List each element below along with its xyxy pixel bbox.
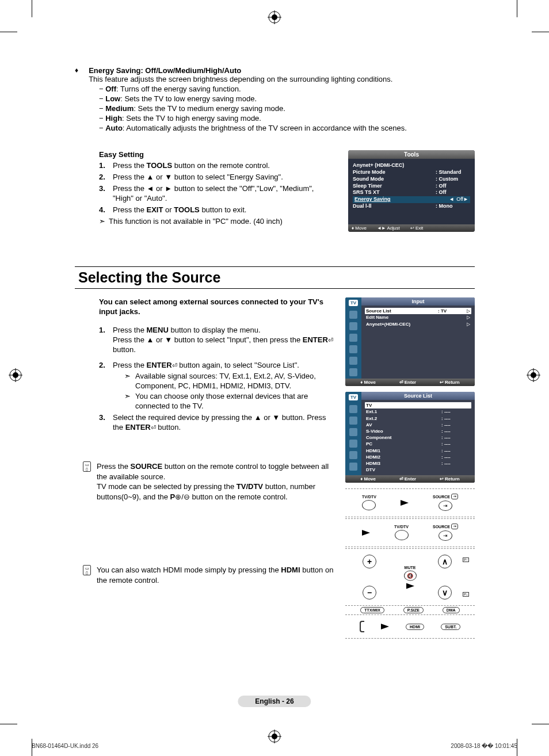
tools-energy-saving-row: Energy Saving◄Off►: [353, 196, 470, 203]
osd-source-row: HDMI1: ----: [365, 448, 471, 454]
osd-source-row: AV: ----: [365, 422, 471, 428]
note-arrow-icon: ➣: [124, 372, 131, 391]
page-footer: English - 26: [238, 696, 311, 707]
remote-icon: ▭▯: [83, 565, 91, 575]
note-arrow-icon: ➣: [99, 217, 105, 227]
note-arrow-icon: ➣: [124, 392, 131, 411]
osd-input-panel: TV Input Source List: TV▷ Edit Name▷: [345, 297, 475, 386]
pointer-icon: [381, 624, 389, 629]
osd-source-row: TV: [365, 402, 471, 408]
easy-note: This function is not available in "PC" m…: [109, 217, 283, 227]
src-step3: Select the required device by pressing t…: [113, 413, 335, 433]
registration-mark-icon: [268, 730, 281, 743]
bullet-icon: ♦: [75, 66, 78, 83]
osd-icon: [349, 345, 357, 353]
easy-step2: Press the ▲ or ▼ button to select "Energ…: [113, 173, 337, 182]
src-step2: Press the ENTER⏎ button again, to select…: [113, 361, 335, 411]
osd-icon: [349, 357, 357, 365]
opt-auto: − Auto: Automatically adjusts the bright…: [75, 124, 475, 133]
osd-icon: [349, 417, 357, 425]
doc-file: BN68-01464D-UK.indd 26: [32, 743, 98, 749]
registration-mark-icon: [527, 368, 540, 382]
osd-source-row: PC: ----: [365, 441, 471, 447]
remote-row-labels: TTX/MIX P.SIZE DMA: [345, 606, 475, 614]
osd-icon: [349, 440, 357, 448]
note-source: Press the SOURCE button on the remote co…: [97, 461, 335, 502]
energy-saving-title: Energy Saving: Off/Low/Medium/High/Auto: [89, 66, 241, 75]
pointer-icon: [401, 500, 409, 506]
opt-medium: − Medium: Sets the TV to medium energy s…: [75, 104, 475, 114]
remote-icon: ▭▯: [83, 461, 91, 472]
remote-diagram-3: + − ∧ ∨ MUTE 🔇 P↑ P↓: [345, 548, 475, 606]
tools-move: ♦ Move: [352, 226, 367, 231]
pointer-icon: [362, 530, 370, 536]
osd-icon: [349, 451, 357, 459]
osd-icon: [349, 322, 357, 330]
section-intro: You can select among external sources co…: [75, 297, 335, 317]
osd-source-row: Ext.1: ----: [365, 408, 471, 415]
enter-icon: ⏎: [328, 336, 333, 344]
osd-source-row: HDMI2: ----: [365, 454, 471, 460]
p-up-down-icon: ⊕/⊖: [175, 492, 190, 501]
osd-source-row: HDMI3: ----: [365, 460, 471, 467]
easy-heading: Easy Setting: [99, 150, 144, 159]
easy-step4: Press the EXIT or TOOLS button to exit.: [113, 205, 337, 215]
remote-diagram-1: TV/DTV SOURCE⇥ ⇥: [345, 488, 475, 517]
note-hdmi: You can also watch HDMI mode simply by p…: [97, 565, 335, 585]
easy-step1: Press the TOOLS button on the remote con…: [113, 161, 337, 171]
osd-icon: [349, 334, 357, 342]
src-step1: Press the MENU button to display the men…: [113, 326, 335, 355]
registration-mark-icon: [268, 10, 281, 24]
remote-diagram-2: TV/DTV SOURCE⇥ ⇥: [345, 518, 475, 547]
registration-mark-icon: [9, 368, 22, 382]
section-title: Selecting the Source: [75, 266, 475, 289]
opt-high: − High: Sets the TV to high energy savin…: [75, 114, 475, 124]
tools-title: Tools: [348, 150, 475, 159]
osd-icon: [349, 311, 357, 319]
tools-adjust: ◄► Adjust: [377, 226, 400, 231]
osd-source-row: Component: ----: [365, 434, 471, 441]
opt-low: − Low: Sets the TV to low energy saving …: [75, 94, 475, 104]
easy-step3: Press the ◄ or ► button to select the "O…: [113, 184, 337, 204]
osd-icon: [349, 405, 357, 413]
enter-icon: ⏎: [172, 361, 177, 369]
tools-osd-panel: Tools Anynet+ (HDMI-CEC) Picture Mode: S…: [348, 150, 475, 232]
energy-saving-desc: This feature adjusts the screen brightne…: [89, 75, 392, 83]
osd-source-row: Ext.2: ----: [365, 415, 471, 422]
opt-off: − Off: Turns off the energy saving funct…: [75, 85, 475, 94]
remote-diagram-4: HDMI SUBT.: [345, 614, 475, 639]
tools-exit: ↩ Exit: [410, 226, 424, 231]
doc-timestamp: 2008-03-18 �� 10:01:45: [451, 743, 517, 749]
osd-icon: [349, 428, 357, 436]
osd-source-list-panel: TV Source List TVExt.1: ----Ext.2: ----A…: [345, 392, 475, 483]
enter-icon: ⏎: [151, 423, 156, 432]
osd-source-row: DTV: [365, 467, 471, 473]
osd-icon: [349, 463, 357, 471]
osd-source-row: S-Video: ----: [365, 428, 471, 434]
osd-icon: [349, 368, 357, 376]
